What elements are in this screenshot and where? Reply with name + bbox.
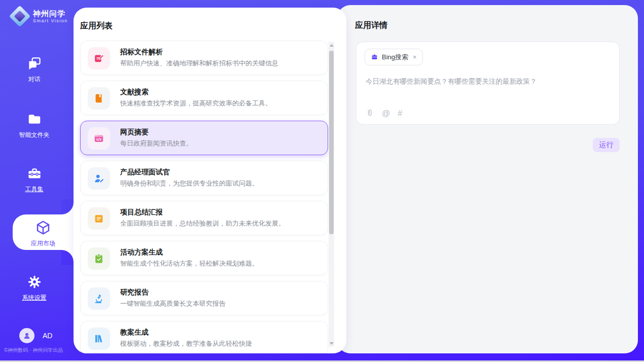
sidebar-item-label: 智能文件夹 bbox=[19, 131, 50, 139]
sidebar-item-settings[interactable]: 系统设置 bbox=[0, 274, 68, 302]
user-account[interactable]: AD bbox=[19, 328, 52, 343]
app-list-item[interactable]: 项目总结汇报 全面回顾项目进展，总结经验教训，助力未来优化发展。 bbox=[80, 201, 328, 235]
microscope-icon bbox=[88, 287, 110, 310]
scrollbar-thumb[interactable] bbox=[329, 51, 334, 234]
app-list-item[interactable]: 文献搜索 快速精准查找学术资源，提高研究效率的必备工具。 bbox=[80, 81, 328, 115]
prompt-input[interactable]: 今日湖北有哪些新闻要点？有哪些需要关注的最新政策？ bbox=[366, 77, 609, 87]
run-button[interactable]: 运行 bbox=[593, 138, 620, 152]
active-tab-fillet bbox=[61, 199, 74, 214]
app-title: 研究报告 bbox=[120, 288, 149, 297]
app-title: 产品经理面试官 bbox=[120, 168, 170, 177]
app-list-item[interactable]: 招标文件解析 帮助用户快速、准确地理解和解析招标书中的关键信息 bbox=[80, 41, 328, 75]
app-detail-title: 应用详情 bbox=[355, 20, 387, 31]
active-tab-fillet bbox=[61, 250, 74, 265]
prompt-toolbar: @ # bbox=[366, 108, 402, 118]
app-title: 文献搜索 bbox=[120, 88, 149, 97]
app-list: 招标文件解析 帮助用户快速、准确地理解和解析招标书中的关键信息 文献搜索 快速精… bbox=[80, 41, 328, 353]
hash-icon[interactable]: # bbox=[398, 109, 402, 118]
sidebar-item-label: 系统设置 bbox=[22, 294, 47, 302]
webpage-code-icon bbox=[88, 127, 110, 150]
app-list-scrollbar[interactable] bbox=[329, 42, 334, 347]
app-title: 招标文件解析 bbox=[120, 48, 163, 57]
doc-edit-icon bbox=[88, 47, 110, 69]
app-list-item[interactable]: 教案生成 模板驱动，教案秒成，教学准备从此轻松快捷 bbox=[80, 321, 328, 353]
app-desc: 模板驱动，教案秒成，教学准备从此轻松快捷 bbox=[120, 339, 252, 348]
sidebar-item-smart-folder[interactable]: 智能文件夹 bbox=[0, 112, 68, 139]
app-desc: 一键智能生成高质量长文本研究报告 bbox=[120, 299, 226, 308]
scroll-down-icon[interactable] bbox=[329, 340, 334, 347]
app-list-item-selected[interactable]: 网页摘要 每日政府新闻资讯快查。 bbox=[80, 121, 328, 155]
app-window: 神州问学 Smart Vision 对话 智能文件夹 bbox=[0, 0, 644, 362]
app-desc: 全面回顾项目进展，总结经验教训，助力未来优化发展。 bbox=[120, 219, 285, 228]
app-title: 教案生成 bbox=[120, 328, 149, 337]
book-icon bbox=[88, 87, 110, 110]
report-icon bbox=[88, 207, 110, 230]
app-desc: 快速精准查找学术资源，提高研究效率的必备工具。 bbox=[120, 99, 272, 108]
app-list-title: 应用列表 bbox=[80, 21, 113, 31]
user-initials: AD bbox=[43, 332, 52, 340]
app-list-item[interactable]: 活动方案生成 智能生成个性化活动方案，轻松解决规划难题。 bbox=[80, 241, 328, 275]
sidebar-item-label: 工具集 bbox=[25, 185, 44, 194]
sidebar-item-app-market[interactable]: 应用市场 bbox=[13, 214, 74, 250]
chat-icon bbox=[27, 56, 42, 73]
app-desc: 智能生成个性化活动方案，轻松解决规划难题。 bbox=[120, 259, 259, 268]
at-icon[interactable]: @ bbox=[382, 109, 390, 118]
cube-icon bbox=[35, 220, 51, 238]
copyright-text: ©神州数码 · 神州问学出品 bbox=[4, 347, 68, 354]
app-title: 项目总结汇报 bbox=[120, 208, 163, 217]
app-title: 网页摘要 bbox=[120, 128, 149, 137]
clipboard-check-icon bbox=[88, 247, 110, 270]
app-list-item[interactable]: 产品经理面试官 明确身份和职责，为您提供专业性的面试问题。 bbox=[80, 161, 328, 195]
brand-gem-icon bbox=[10, 7, 29, 26]
sidebar: 神州问学 Smart Vision 对话 智能文件夹 bbox=[0, 0, 68, 360]
app-list-item[interactable]: 研究报告 一键智能生成高质量长文本研究报告 bbox=[80, 281, 328, 315]
close-icon[interactable]: × bbox=[413, 53, 417, 61]
brand-logo: 神州问学 Smart Vision bbox=[10, 7, 68, 26]
app-title: 活动方案生成 bbox=[120, 248, 163, 257]
app-list-panel: 应用列表 招标文件解析 帮助用户快速、准确地理解和解析招标书中的关键信息 bbox=[74, 8, 346, 353]
sidebar-item-chat[interactable]: 对话 bbox=[0, 56, 68, 84]
brand-subtitle: Smart Vision bbox=[33, 18, 68, 23]
tool-chip-label: Bing搜索 bbox=[382, 53, 408, 62]
interviewer-icon bbox=[88, 167, 110, 190]
prompt-card: Bing搜索 × 今日湖北有哪些新闻要点？有哪些需要关注的最新政策？ @ # bbox=[356, 42, 620, 125]
books-icon bbox=[88, 328, 110, 350]
gear-icon bbox=[27, 274, 42, 292]
paperclip-icon[interactable] bbox=[366, 108, 374, 118]
briefcase-icon bbox=[371, 53, 378, 61]
app-desc: 每日政府新闻资讯快查。 bbox=[120, 139, 193, 148]
brand-name: 神州问学 bbox=[33, 9, 68, 18]
sidebar-item-toolset[interactable]: 工具集 bbox=[0, 166, 68, 194]
avatar bbox=[19, 328, 34, 343]
sidebar-item-label: 应用市场 bbox=[31, 239, 55, 248]
app-desc: 帮助用户快速、准确地理解和解析招标书中的关键信息 bbox=[120, 59, 278, 68]
toolbox-icon bbox=[27, 166, 42, 183]
sidebar-item-label: 对话 bbox=[28, 75, 41, 84]
tool-chip-bing-search[interactable]: Bing搜索 × bbox=[365, 49, 423, 65]
folder-icon bbox=[27, 112, 42, 129]
app-desc: 明确身份和职责，为您提供专业性的面试问题。 bbox=[120, 179, 259, 188]
scroll-up-icon[interactable] bbox=[329, 42, 334, 49]
